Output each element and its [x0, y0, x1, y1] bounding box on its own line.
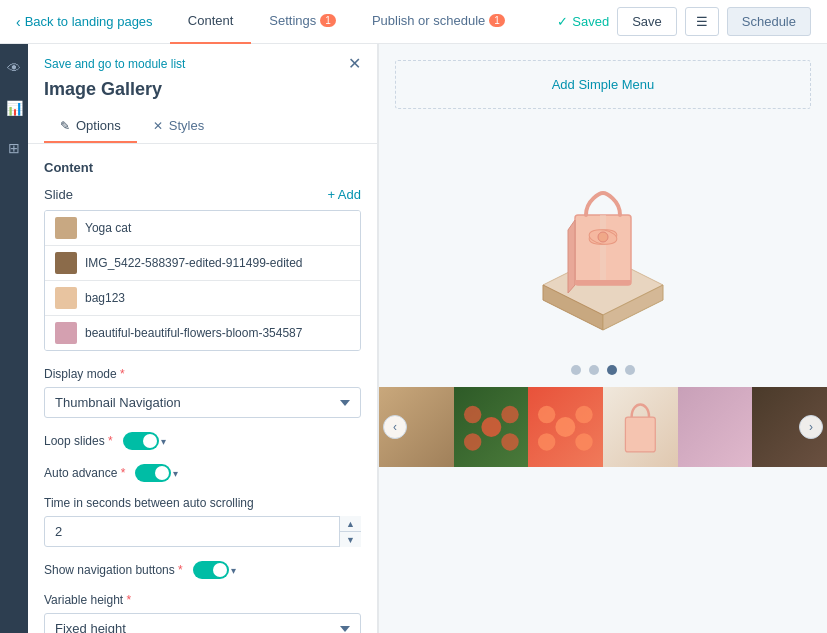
auto-advance-switch[interactable]: [135, 464, 171, 482]
show-nav-arrow-icon[interactable]: ▾: [231, 565, 236, 576]
slide-thumb-4: [55, 322, 77, 344]
settings-badge: 1: [320, 14, 336, 27]
auto-advance-row: Auto advance * ▾: [44, 464, 361, 482]
required-indicator: *: [120, 367, 125, 381]
modules-icon[interactable]: ⊞: [0, 134, 28, 162]
tab-styles[interactable]: ✕ Styles: [137, 110, 220, 143]
toggle-arrow-icon[interactable]: ▾: [161, 436, 166, 447]
back-link[interactable]: ‹ Back to landing pages: [16, 14, 153, 30]
svg-point-17: [576, 406, 593, 423]
slide-item[interactable]: Yoga cat: [45, 211, 360, 246]
editor-panel: Save and go to module list ✕ Image Galle…: [28, 44, 378, 633]
slide-item[interactable]: bag123: [45, 281, 360, 316]
dot-3[interactable]: [607, 365, 617, 375]
slide-name-2: IMG_5422-588397-edited-911499-edited: [85, 256, 303, 270]
svg-point-18: [538, 433, 555, 450]
slide-item[interactable]: IMG_5422-588397-edited-911499-edited: [45, 246, 360, 281]
chart-icon[interactable]: 📊: [0, 94, 28, 122]
tab-options[interactable]: ✎ Options: [44, 110, 137, 143]
check-icon: ✓: [557, 14, 568, 29]
thumb-5[interactable]: [678, 387, 753, 467]
slide-name-4: beautiful-beautiful-flowers-bloom-354587: [85, 326, 302, 340]
thumb-3[interactable]: [528, 387, 603, 467]
svg-point-19: [576, 433, 593, 450]
thumbnails-row: ‹ ›: [379, 387, 827, 467]
slide-thumb-2: [55, 252, 77, 274]
auto-advance-label: Auto advance *: [44, 466, 125, 480]
nav-tabs: Content Settings 1 Publish or schedule 1: [170, 0, 523, 44]
save-module-link[interactable]: Save and go to module list: [44, 57, 185, 71]
loop-slides-toggle[interactable]: ▾: [123, 432, 166, 450]
tab-content[interactable]: Content: [170, 0, 252, 44]
auto-advance-arrow-icon[interactable]: ▾: [173, 468, 178, 479]
panel-header: Save and go to module list ✕ Image Galle…: [28, 44, 377, 144]
slide-list: Yoga cat IMG_5422-588397-edited-911499-e…: [44, 210, 361, 351]
tab-publish[interactable]: Publish or schedule 1: [354, 0, 523, 44]
thumb-strip: [379, 387, 827, 467]
slide-name-3: bag123: [85, 291, 125, 305]
time-label: Time in seconds between auto scrolling: [44, 496, 361, 510]
svg-point-12: [501, 406, 518, 423]
svg-point-14: [501, 433, 518, 450]
time-input-wrap: ▲ ▼: [44, 516, 361, 547]
time-field: Time in seconds between auto scrolling ▲…: [44, 496, 361, 547]
thumb-prev-button[interactable]: ‹: [383, 415, 407, 439]
variable-height-field: Variable height * Fixed height Variable …: [44, 593, 361, 633]
display-mode-label: Display mode *: [44, 367, 361, 381]
back-link-text: Back to landing pages: [25, 14, 153, 29]
svg-point-13: [464, 433, 481, 450]
variable-height-label: Variable height *: [44, 593, 361, 607]
dot-4[interactable]: [625, 365, 635, 375]
increment-button[interactable]: ▲: [340, 516, 361, 532]
show-nav-switch[interactable]: [193, 561, 229, 579]
svg-rect-6: [600, 215, 606, 280]
pencil-icon: ✎: [60, 119, 70, 133]
show-nav-toggle[interactable]: ▾: [193, 561, 236, 579]
time-input[interactable]: [44, 516, 361, 547]
svg-rect-5: [575, 280, 631, 285]
auto-advance-toggle[interactable]: ▾: [135, 464, 178, 482]
svg-point-9: [598, 232, 608, 242]
grid-view-button[interactable]: ☰: [685, 7, 719, 36]
variable-height-select[interactable]: Fixed height Variable height: [44, 613, 361, 633]
show-nav-row: Show navigation buttons * ▾: [44, 561, 361, 579]
x-icon: ✕: [153, 119, 163, 133]
show-nav-label: Show navigation buttons *: [44, 563, 183, 577]
close-panel-button[interactable]: ✕: [348, 54, 361, 73]
panel-title: Image Gallery: [44, 79, 361, 110]
decrement-button[interactable]: ▼: [340, 532, 361, 547]
slide-item[interactable]: beautiful-beautiful-flowers-bloom-354587: [45, 316, 360, 350]
publish-badge: 1: [489, 14, 505, 27]
display-mode-field: Display mode * Thumbnail Navigation Slid…: [44, 367, 361, 418]
add-menu-text[interactable]: Add Simple Menu: [552, 77, 655, 92]
display-mode-select[interactable]: Thumbnail Navigation Slideshow Grid: [44, 387, 361, 418]
slide-header: Slide + Add: [44, 187, 361, 202]
panel-tabs: ✎ Options ✕ Styles: [44, 110, 361, 143]
thumb-2[interactable]: [454, 387, 529, 467]
gallery-preview: ‹ ›: [379, 125, 827, 467]
dot-2[interactable]: [589, 365, 599, 375]
thumb-next-button[interactable]: ›: [799, 415, 823, 439]
tab-settings[interactable]: Settings 1: [251, 0, 354, 44]
thumb-4[interactable]: [603, 387, 678, 467]
schedule-button[interactable]: Schedule: [727, 7, 811, 36]
dot-1[interactable]: [571, 365, 581, 375]
saved-status: ✓ Saved: [557, 14, 609, 29]
svg-marker-4: [568, 220, 575, 293]
eye-icon[interactable]: 👁: [0, 54, 28, 82]
preview-area: Add Simple Menu: [379, 44, 827, 633]
add-slide-link[interactable]: + Add: [327, 187, 361, 202]
svg-point-16: [538, 406, 555, 423]
sidebar-icons: 👁 📊 ⊞: [0, 44, 28, 633]
main-image-area: [483, 125, 723, 365]
nav-actions: ✓ Saved Save ☰ Schedule: [557, 7, 811, 36]
main-image: [503, 145, 703, 345]
loop-slides-row: Loop slides * ▾: [44, 432, 361, 450]
slide-thumb-1: [55, 217, 77, 239]
add-menu-bar[interactable]: Add Simple Menu: [395, 60, 811, 109]
slide-thumb-3: [55, 287, 77, 309]
save-button[interactable]: Save: [617, 7, 677, 36]
loop-slides-switch[interactable]: [123, 432, 159, 450]
section-title: Content: [44, 160, 361, 175]
svg-point-10: [481, 417, 501, 437]
